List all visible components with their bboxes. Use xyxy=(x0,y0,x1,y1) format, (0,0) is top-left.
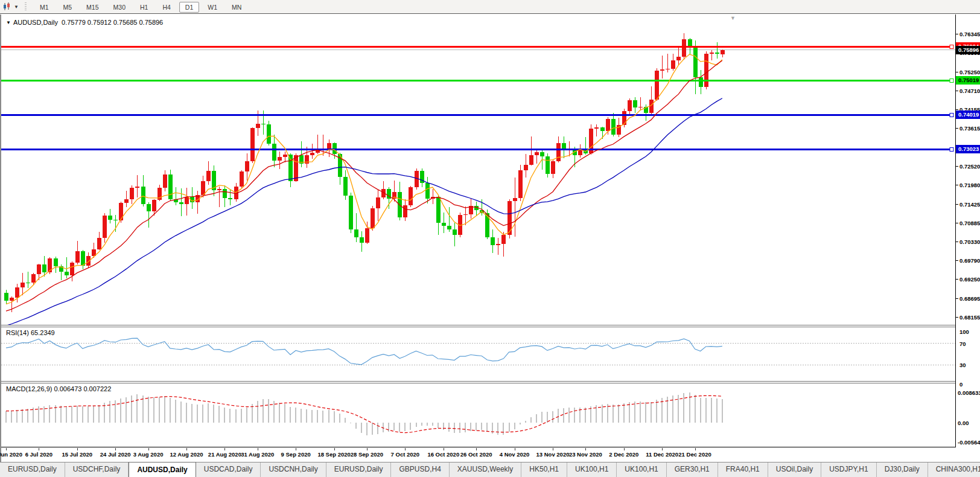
chart-tab-gbpusd-h4[interactable]: GBPUSD,H4 xyxy=(391,463,449,477)
date-tick-mark xyxy=(115,448,116,450)
timeframe-button-m15[interactable]: M15 xyxy=(80,2,104,13)
macd-tick-label: 0.008633 xyxy=(958,389,980,396)
date-tick-mark xyxy=(444,448,444,450)
toolbar-grip xyxy=(25,2,27,11)
trading-terminal-window: ▼ M1M5M15M30H1H4D1W1MN ▼AUDUSD,Daily 0.7… xyxy=(0,0,980,477)
price-tick-label: 0.70330 xyxy=(956,238,980,245)
price-tick-label: 0.68695 xyxy=(956,295,980,302)
date-tick-mark xyxy=(553,448,553,450)
price-tick-label: 0.69250 xyxy=(956,276,980,283)
date-tick-mark xyxy=(148,448,149,450)
date-tick-mark xyxy=(367,448,368,450)
price-tick-label: 0.70885 xyxy=(956,220,980,226)
price-tick-label: 0.71425 xyxy=(956,201,980,208)
timeframe-button-group: M1M5M15M30H1H4D1W1MN xyxy=(33,1,249,12)
chart-window: ▼AUDUSD,Daily 0.75779 0.75912 0.75685 0.… xyxy=(0,14,980,462)
date-tick-mark xyxy=(405,448,406,450)
rsi-canvas[interactable] xyxy=(1,327,955,381)
candlestick-chart-icon[interactable] xyxy=(3,2,13,11)
price-axis[interactable]: 0.763450.758050.752500.747100.741550.736… xyxy=(956,14,980,447)
hline-price-badge: 0.75019 xyxy=(956,76,980,85)
price-tick-label: 0.76345 xyxy=(956,31,980,37)
chart-symbol-period: AUDUSD,Daily xyxy=(13,19,58,26)
triangle-down-icon[interactable]: ▼ xyxy=(6,20,11,25)
chart-tab-xauusd-weekly[interactable]: XAUUSD,Weekly xyxy=(450,463,521,477)
price-tick-label: 0.72520 xyxy=(956,163,980,170)
chart-tab-uk100-h1[interactable]: UK100,H1 xyxy=(567,463,617,477)
macd-panel[interactable]: MACD(12,26,9) 0.006473 0.007222 xyxy=(1,383,955,447)
macd-tick-label: -0.005641 xyxy=(958,439,980,446)
macd-tick-label: 0.00 xyxy=(958,420,969,426)
price-tick-label: 0.74710 xyxy=(956,88,980,94)
price-tick-label: 0.69790 xyxy=(956,257,980,264)
chart-tab-eurusd-daily[interactable]: EURUSD,Daily xyxy=(326,463,392,477)
chevron-down-icon[interactable]: ▼ xyxy=(14,4,19,10)
chart-shift-marker-icon[interactable]: ▼ xyxy=(730,16,736,21)
rsi-value: 65.2349 xyxy=(31,329,55,336)
timeframe-button-m30[interactable]: M30 xyxy=(107,2,132,13)
rsi-tick-label: 70 xyxy=(959,341,966,347)
chart-tab-usdcad-daily[interactable]: USDCAD,Daily xyxy=(196,463,261,477)
timeframe-button-d1[interactable]: D1 xyxy=(179,2,199,13)
price-tick-label: 0.75250 xyxy=(956,69,980,75)
date-tick-mark xyxy=(334,448,335,450)
date-tick-mark xyxy=(224,448,225,450)
macd-main-value: 0.006473 xyxy=(54,385,81,392)
hline-price-badge: 0.73023 xyxy=(956,145,980,153)
date-tick-mark xyxy=(585,448,586,450)
rsi-tick-label: 100 xyxy=(959,328,969,335)
macd-signal-value: 0.007222 xyxy=(83,385,111,392)
date-tick-label: 21 Dec 2020 xyxy=(673,451,718,458)
timeframe-button-m1[interactable]: M1 xyxy=(34,2,55,13)
hline-price-badge: 0.74019 xyxy=(956,110,980,119)
chart-tab-fra40-h1[interactable]: FRA40,H1 xyxy=(718,463,768,477)
rsi-tick-label: 0 xyxy=(959,381,962,388)
timeframe-button-mn[interactable]: MN xyxy=(226,2,247,13)
date-tick-mark xyxy=(476,448,477,450)
date-tick-mark xyxy=(662,448,663,450)
date-tick-mark xyxy=(624,448,625,450)
price-chart-canvas[interactable] xyxy=(1,16,955,325)
chart-title: ▼AUDUSD,Daily 0.75779 0.75912 0.75685 0.… xyxy=(6,19,163,26)
date-tick-mark xyxy=(39,448,39,450)
date-tick-mark xyxy=(515,448,515,450)
date-tick-mark xyxy=(695,448,696,450)
chart-tab-bar: EURUSD,DailyUSDCHF,DailyAUDUSD,DailyUSDC… xyxy=(0,462,980,477)
rsi-panel[interactable]: RSI(14) 65.2349 xyxy=(1,327,955,381)
rsi-tick-label: 30 xyxy=(959,362,966,368)
macd-canvas[interactable] xyxy=(1,383,955,447)
timeframe-button-m5[interactable]: M5 xyxy=(57,2,78,13)
date-tick-mark xyxy=(186,448,187,450)
date-tick-mark xyxy=(258,448,258,450)
chart-tab-uk100-h1[interactable]: UK100,H1 xyxy=(617,463,666,477)
price-tick-label: 0.73615 xyxy=(956,125,980,132)
chart-tab-eurusd-daily[interactable]: EURUSD,Daily xyxy=(0,463,65,477)
chart-tab-dj30-daily[interactable]: DJ30,Daily xyxy=(877,463,928,477)
date-tick-mark xyxy=(296,448,296,450)
chart-tab-usdchf-daily[interactable]: USDCHF,Daily xyxy=(65,463,129,477)
timeframe-button-h4[interactable]: H4 xyxy=(156,2,176,13)
toolbar: ▼ M1M5M15M30H1H4D1W1MN xyxy=(0,0,980,14)
chart-tab-ger30-h1[interactable]: GER30,H1 xyxy=(667,463,718,477)
chart-tab-china300-h1[interactable]: CHINA300,H1 xyxy=(928,463,980,477)
chart-tab-usdjpy-h1[interactable]: USDJPY,H1 xyxy=(821,463,876,477)
date-axis[interactable]: 26 Jun 20206 Jul 202015 Jul 202024 Jul 2… xyxy=(1,448,955,461)
timeframe-button-h1[interactable]: H1 xyxy=(134,2,154,13)
macd-label: MACD(12,26,9) 0.006473 0.007222 xyxy=(6,385,111,392)
rsi-label: RSI(14) 65.2349 xyxy=(6,329,55,336)
chart-tab-audusd-daily[interactable]: AUDUSD,Daily xyxy=(129,462,196,477)
date-tick-mark xyxy=(77,448,78,450)
ohlc-values: 0.75779 0.75912 0.75685 0.75896 xyxy=(62,19,163,26)
timeframe-button-w1[interactable]: W1 xyxy=(202,2,223,13)
price-tick-label: 0.71980 xyxy=(956,182,980,188)
price-tick-label: 0.68155 xyxy=(956,314,980,321)
current-price-badge: 0.75896 xyxy=(956,46,980,54)
chart-tab-usdcnh-daily[interactable]: USDCNH,Daily xyxy=(261,463,326,477)
chart-tab-usoil-daily[interactable]: USOil,Daily xyxy=(768,463,821,477)
chart-tab-hk50-h1[interactable]: HK50,H1 xyxy=(521,463,567,477)
axis-divider xyxy=(1,447,955,447)
date-tick-mark xyxy=(6,448,7,450)
price-chart-panel[interactable]: ▼AUDUSD,Daily 0.75779 0.75912 0.75685 0.… xyxy=(1,16,955,325)
